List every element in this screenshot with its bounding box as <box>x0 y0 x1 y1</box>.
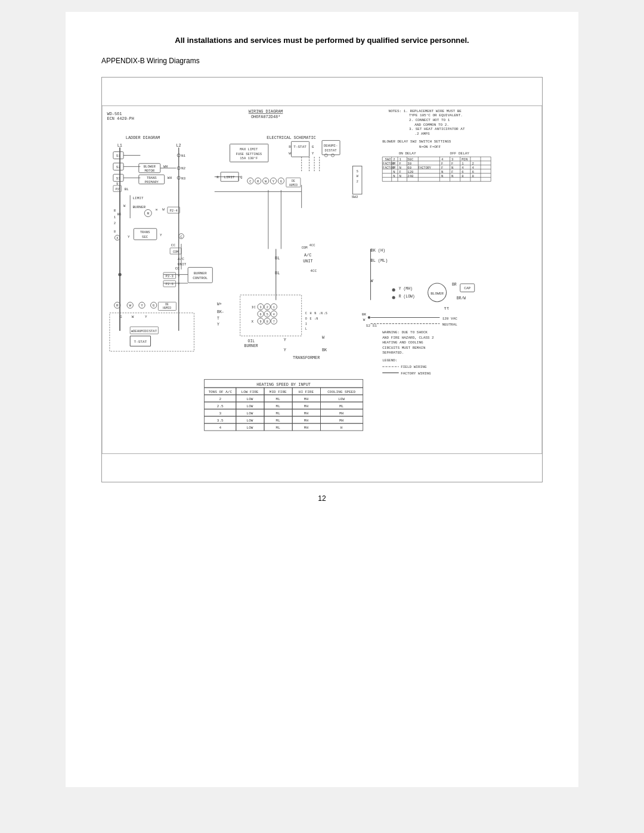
svg-text:BK: BK <box>322 348 327 352</box>
svg-text:BK: BK <box>362 312 367 317</box>
svg-text:SEC: SEC <box>142 235 148 239</box>
svg-point-160 <box>392 296 395 299</box>
svg-text:8: 8 <box>114 230 116 234</box>
svg-text:N: N <box>393 174 395 178</box>
svg-text:Y: Y <box>160 233 162 237</box>
svg-text:G: G <box>280 179 282 184</box>
svg-text:Y: Y <box>141 304 143 308</box>
svg-text:3: 3 <box>219 411 221 416</box>
svg-text:Y: Y <box>217 323 219 327</box>
svg-point-170 <box>368 316 370 318</box>
svg-text:↓N: ↓N <box>319 312 323 315</box>
svg-text:4CC: 4CC <box>310 269 317 273</box>
svg-text:N2: N2 <box>181 167 186 171</box>
svg-text:3. SET HEAT ANTICIPATOR AT: 3. SET HEAT ANTICIPATOR AT <box>409 127 465 131</box>
svg-text:ON DELAY: ON DELAY <box>399 151 416 156</box>
svg-text:OIL: OIL <box>248 339 255 343</box>
svg-text:240: 240 <box>407 174 413 178</box>
svg-text:FIELD WIRING: FIELD WIRING <box>401 365 427 369</box>
svg-text:MAX  LIMIT: MAX LIMIT <box>240 147 258 151</box>
svg-text:120 VAC: 120 VAC <box>442 317 458 321</box>
svg-text:2: 2 <box>393 157 395 162</box>
svg-text:HUMID: HUMID <box>289 184 298 187</box>
svg-text:S2 S1: S2 S1 <box>366 324 377 328</box>
svg-text:E: E <box>309 317 311 321</box>
svg-text:MH: MH <box>304 397 309 401</box>
svg-text:FUSE SETTINGS: FUSE SETTINGS <box>236 152 262 156</box>
svg-text:♦DEHUMIDISTAT: ♦DEHUMIDISTAT <box>131 329 157 333</box>
svg-text:2. CONNECT HOT TO 1: 2. CONNECT HOT TO 1 <box>409 118 450 122</box>
svg-text:ML: ML <box>276 419 281 423</box>
svg-rect-0 <box>102 106 542 454</box>
svg-text:UNIT: UNIT <box>178 262 187 267</box>
svg-text:L1: L1 <box>117 143 122 148</box>
svg-text:W: W <box>289 151 291 156</box>
svg-text:6: 6 <box>462 170 463 174</box>
svg-text:COOLING SPEED: COOLING SPEED <box>327 390 355 394</box>
svg-text:LIMIT: LIMIT <box>224 175 235 179</box>
svg-point-159 <box>392 289 395 292</box>
svg-text:BL (ML): BL (ML) <box>371 258 388 263</box>
page-number: 12 <box>101 494 543 503</box>
svg-text:DE: DE <box>165 303 169 306</box>
svg-text:6: 6 <box>472 170 473 174</box>
svg-text:ELECTRICAL SCHEMATIC: ELECTRICAL SCHEMATIC <box>267 135 315 140</box>
svg-text:N: N <box>400 166 401 170</box>
svg-text:LADDER DIAGRAM: LADDER DIAGRAM <box>126 135 160 140</box>
svg-text:120: 120 <box>407 170 413 174</box>
svg-text:MH: MH <box>304 426 309 430</box>
svg-text:F: F <box>451 162 453 166</box>
svg-text:↓N: ↓N <box>314 317 318 321</box>
svg-text:TYPE 105°C OR EQUIVALENT.: TYPE 105°C OR EQUIVALENT. <box>409 113 463 117</box>
svg-text:FACTORY: FACTORY <box>418 166 431 170</box>
svg-text:LOW: LOW <box>338 397 345 401</box>
svg-text:BK-: BK- <box>217 310 224 314</box>
svg-text:L2: L2 <box>176 143 181 148</box>
svg-text:Y: Y <box>284 348 286 352</box>
svg-text:R: R <box>216 175 219 179</box>
svg-text:BLOWER DELAY SW2 SWITCH SETTIN: BLOWER DELAY SW2 SWITCH SETTINGS <box>382 140 451 144</box>
svg-text:6: 6 <box>259 313 261 317</box>
svg-text:F: F <box>393 166 395 170</box>
svg-text:MH: MH <box>304 411 309 416</box>
svg-text:SEPARATED.: SEPARATED. <box>382 351 404 355</box>
svg-text:BLOWER: BLOWER <box>431 292 444 296</box>
svg-text:LIMIT: LIMIT <box>132 196 143 200</box>
svg-text:LOW: LOW <box>247 404 253 408</box>
svg-text:.2 AMPS: .2 AMPS <box>414 132 430 136</box>
diagram-box: WD-561 ECN 4429-PH WIRING DIAGRAM OH6FA0… <box>101 77 543 482</box>
svg-text:60: 60 <box>407 166 411 170</box>
svg-text:BL: BL <box>125 187 129 191</box>
svg-text:W: W <box>129 304 131 308</box>
svg-text:N3: N3 <box>181 176 186 181</box>
svg-text:P2: P2 <box>115 187 119 191</box>
svg-text:F: F <box>441 166 443 170</box>
svg-text:9: 9 <box>116 182 118 186</box>
svg-text:WD-561: WD-561 <box>107 112 122 116</box>
svg-text:G: G <box>120 315 122 319</box>
svg-text:LEGEND:: LEGEND: <box>382 358 397 363</box>
svg-text:AND FIRE HAZARD, CLASS 2: AND FIRE HAZARD, CLASS 2 <box>382 336 434 340</box>
svg-text:ML: ML <box>339 404 344 408</box>
svg-text:HUMID: HUMID <box>163 306 171 309</box>
svg-text:2: 2 <box>472 162 473 166</box>
svg-text:F: F <box>451 170 453 174</box>
svg-text:FACTORY WIRING: FACTORY WIRING <box>401 371 431 376</box>
svg-text:8: 8 <box>462 174 463 178</box>
svg-text:DEHUMI-: DEHUMI- <box>324 144 338 148</box>
svg-text:MH: MH <box>339 411 344 416</box>
svg-text:LOW: LOW <box>247 419 253 423</box>
svg-text:LOW: LOW <box>247 426 253 430</box>
svg-text:NEUTRAL: NEUTRAL <box>442 323 458 327</box>
svg-text:HEATING SPEED BY INPUT: HEATING SPEED BY INPUT <box>256 382 311 387</box>
svg-text:O: O <box>305 317 307 321</box>
svg-text:DE: DE <box>292 179 295 182</box>
svg-text:2: 2 <box>267 306 268 309</box>
svg-text:R: R <box>116 304 119 308</box>
svg-text:F: F <box>400 162 401 166</box>
header-text: All installations and services must be p… <box>101 36 543 45</box>
svg-text:7: 7 <box>273 320 275 324</box>
svg-text:4: 4 <box>273 313 275 317</box>
svg-text:LOW: LOW <box>247 411 253 416</box>
svg-text:2: 2 <box>357 180 358 184</box>
